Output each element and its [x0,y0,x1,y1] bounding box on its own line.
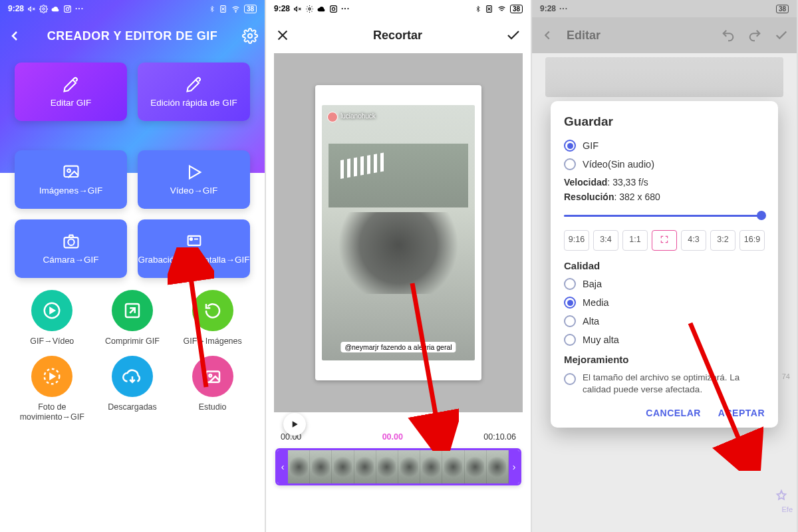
svg-point-21 [332,7,334,10]
svg-rect-11 [188,236,200,245]
studio-button[interactable]: Estudio [176,356,249,422]
quality-low[interactable]: Baja [564,278,765,290]
trim-handle-left[interactable]: ‹ [277,450,288,483]
accept-button[interactable]: ACEPTAR [718,408,765,418]
compress-gif-button[interactable]: Comprimir GIF [96,290,169,346]
cancel-button[interactable]: CANCELAR [646,408,701,418]
screen-home: 9:28 ··· 38 CREADOR Y EDITOR DE GIF Edit… [0,0,266,532]
video-frame[interactable]: lucianohuck @neymarjr fazendo a alegria … [315,85,481,380]
story-avatar [327,112,338,122]
back-icon[interactable] [540,28,555,43]
quality-heading: Calidad [564,260,765,271]
resolution-slider[interactable] [564,209,765,222]
time-end: 00:10.06 [483,432,516,442]
downloaded-button[interactable]: Descargadas [96,356,169,422]
screenrec-label: Grabación de pantalla→GIF [138,255,249,265]
back-icon[interactable] [7,28,23,44]
images-to-gif-label: Imágenes→GIF [39,186,102,196]
story-username: lucianohuck [340,112,376,120]
camera-to-gif-label: Cámara→GIF [43,255,98,265]
play-icon [185,163,203,182]
svg-point-0 [43,7,45,9]
svg-point-3 [69,6,70,7]
time-current: 00.00 [382,432,403,442]
close-icon[interactable] [275,28,290,43]
editor-bar: Editar [532,17,797,53]
ratio-full[interactable] [652,230,677,251]
dialog-title: Guardar [564,114,765,129]
wifi-icon [231,5,241,13]
enhance-option[interactable]: El tamaño del archivo se optimizará. La … [564,372,765,396]
ratio-1-1[interactable]: 1:1 [622,230,648,251]
ratio-3-4[interactable]: 3:4 [593,230,618,251]
editor-preview-bg [545,57,783,97]
svg-point-17 [209,374,211,377]
svg-point-19 [309,7,311,9]
more-icon: ··· [75,4,84,13]
quality-high[interactable]: Alta [564,315,765,327]
edit-gif-button[interactable]: Editar GIF [15,63,127,121]
svg-point-2 [66,7,68,10]
instagram-icon [63,5,72,13]
mute-icon [293,5,302,13]
gif-to-video-button[interactable]: GIF→Vídeo [15,290,88,346]
play-back-icon [42,301,62,321]
effects-label: Efe [781,505,793,513]
screen-crop: 9:28 ··· 38 Recortar lucianohuck @neymar… [266,0,532,532]
more-icon: ··· [341,4,350,13]
fullscreen-icon [659,235,670,244]
play-triangle-icon [289,419,300,430]
compress-icon [122,301,142,321]
video-to-gif-button[interactable]: Vídeo→GIF [138,150,250,209]
motion-photo-button[interactable]: Foto de movimiento→GIF [15,356,88,422]
images-to-gif-button[interactable]: Imágenes→GIF [15,150,127,209]
quality-medium[interactable]: Media [564,297,765,309]
cloud-icon [317,5,326,13]
screenrec-to-gif-button[interactable]: Grabación de pantalla→GIF [138,219,250,278]
app-title: CREADOR Y EDITOR DE GIF [23,29,242,43]
quality-very-high[interactable]: Muy alta [564,334,765,346]
trim-handle-right[interactable]: › [509,450,519,483]
slider-knob[interactable] [757,211,766,220]
thumbnails [288,450,509,483]
video-caption: @neymarjr fazendo a alegria geral [340,342,456,352]
confirm-icon[interactable] [774,28,789,43]
ratio-16-9[interactable]: 16:9 [739,230,765,251]
app-bar: CREADOR Y EDITOR DE GIF [0,17,265,55]
quick-edit-button[interactable]: Edición rápida de GIF [138,63,250,121]
motion-icon [42,366,62,386]
image-icon [62,163,80,182]
status-bar: 9:28 ··· 38 [532,0,797,17]
bluetooth-icon [209,5,215,13]
format-video-option[interactable]: Vídeo(Sin audio) [564,158,765,170]
svg-point-12 [190,238,192,241]
no-sim-icon [485,5,493,13]
gear-icon [305,5,314,13]
ratio-4-3[interactable]: 4:3 [681,230,706,251]
gif-to-images-button[interactable]: GIF→Imágenes [176,290,249,346]
ratio-3-2[interactable]: 3:2 [710,230,735,251]
undo-icon[interactable] [721,28,735,43]
camera-to-gif-button[interactable]: Cámara→GIF [15,219,127,278]
brush-icon [62,75,80,94]
save-dialog: Guardar GIF Vídeo(Sin audio) Velocidad: … [551,101,778,428]
enhance-heading: Mejoramiento [564,354,765,365]
settings-icon[interactable] [242,28,258,44]
play-button[interactable] [283,413,306,436]
bluetooth-icon [475,5,481,13]
cloud-down-icon [122,366,142,386]
mute-icon [27,5,36,13]
redo-icon[interactable] [747,28,762,43]
battery-pct: 38 [776,5,789,13]
gear-icon [39,5,48,13]
svg-rect-16 [206,372,219,382]
timeline-strip[interactable]: ‹ › [275,448,521,485]
camera-icon [62,232,80,251]
resolution-row: Resolución: 382 x 680 [564,192,765,202]
ratio-9-16[interactable]: 9:16 [564,230,589,251]
confirm-icon[interactable] [505,27,521,43]
crop-title: Recortar [290,29,505,43]
edit-gif-label: Editar GIF [51,98,92,108]
aspect-ratio-row: 9:16 3:4 1:1 4:3 3:2 16:9 [564,230,765,251]
format-gif-option[interactable]: GIF [564,140,765,152]
